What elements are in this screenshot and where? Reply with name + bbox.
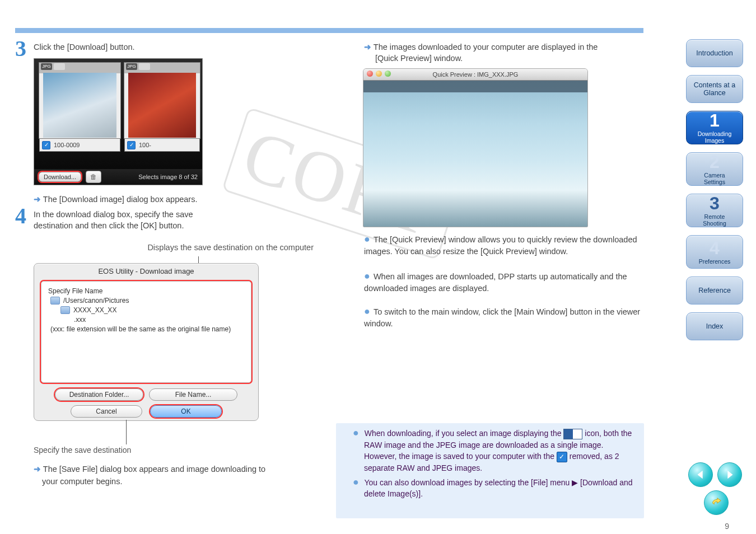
selection-count-label: Selects image 8 of 32 bbox=[138, 174, 198, 180]
sidebar-nav: Introduction Contents at a Glance 1 Down… bbox=[686, 39, 742, 348]
callout-line bbox=[126, 420, 127, 444]
dialog-title: EOS Utility - Download image bbox=[34, 264, 258, 278]
right-line2: [Quick Preview] window. bbox=[375, 54, 463, 63]
bullet-icon: ● bbox=[353, 476, 359, 488]
prev-page-button[interactable] bbox=[688, 462, 713, 487]
header-rule bbox=[15, 28, 643, 33]
next-page-button[interactable] bbox=[717, 462, 742, 487]
note-text: computer with the bbox=[493, 452, 557, 461]
text: The [Download image] dialog box appears. bbox=[43, 195, 198, 204]
sidebar-item-downloading-images[interactable]: 1 DownloadingImages bbox=[686, 111, 743, 144]
sidebar-item-number: 3 bbox=[710, 193, 720, 214]
sidebar-item-number: 4 bbox=[710, 238, 720, 259]
thumbnail-card[interactable]: JPG ✓ 100- bbox=[124, 62, 200, 139]
step-4-number: 4 bbox=[15, 203, 26, 229]
text: The [Save File] dialog box appears and i… bbox=[43, 465, 265, 474]
dialog-path: /Users/canon/Pictures bbox=[63, 297, 129, 305]
label: Preferences bbox=[699, 258, 731, 265]
sidebar-item-remote-shooting[interactable]: 3 RemoteShooting bbox=[686, 194, 743, 227]
bullet-icon: ● bbox=[364, 306, 370, 317]
callout-specify-save-destination: Specify the save destination bbox=[34, 446, 131, 455]
label: RemoteShooting bbox=[703, 213, 726, 227]
triangle-left-icon bbox=[694, 469, 707, 481]
text: The images downloaded to your computer a… bbox=[374, 43, 598, 51]
return-button[interactable] bbox=[704, 490, 729, 515]
zoom-icon[interactable] bbox=[385, 71, 391, 77]
badge-doc-icon bbox=[54, 63, 65, 70]
dialog-subfolder: XXXX_XX_XX bbox=[73, 306, 116, 314]
thumbnail-check-icon[interactable]: ✓ bbox=[127, 141, 136, 149]
note-text: You can also download images by selectin… bbox=[364, 478, 633, 498]
save-file-dialog-line2: your computer begins. bbox=[42, 476, 122, 488]
thumbnail-card[interactable]: JPG ✓ 100-0009 bbox=[39, 62, 121, 139]
return-arrow-icon bbox=[710, 496, 722, 509]
file-name-button[interactable]: File Name... bbox=[149, 388, 237, 401]
tip-quick-preview: ●The [Quick Preview] window allows you t… bbox=[364, 234, 638, 257]
thumbnail-check-icon[interactable]: ✓ bbox=[42, 141, 50, 149]
sidebar-item-contents[interactable]: Contents at a Glance bbox=[686, 75, 743, 103]
bullet-icon: ● bbox=[364, 233, 370, 245]
trash-icon[interactable]: 🗑 bbox=[86, 171, 101, 183]
label: Introduction bbox=[696, 49, 732, 57]
check-icon: ✓ bbox=[557, 452, 567, 462]
step-4-text-line1: In the download dialog box, specify the … bbox=[34, 210, 193, 219]
label: Index bbox=[706, 322, 724, 330]
sidebar-item-camera-settings[interactable]: 2 CameraSettings bbox=[686, 152, 743, 186]
label: Contents at a Glance bbox=[687, 81, 743, 97]
text: The [Quick Preview] window allows you to… bbox=[364, 235, 637, 256]
right-line: ➜ The images downloaded to your computer… bbox=[364, 43, 598, 51]
sidebar-item-introduction[interactable]: Introduction bbox=[686, 39, 743, 67]
note-text: images. bbox=[455, 463, 482, 472]
thumbnail-image bbox=[128, 73, 196, 138]
sidebar-item-reference[interactable]: Reference bbox=[686, 277, 743, 305]
jpg-raw-badge-icon bbox=[563, 429, 582, 439]
step-3-number: 3 bbox=[15, 35, 26, 62]
ok-button[interactable]: OK bbox=[150, 405, 222, 418]
dialog-ext: .xxx bbox=[74, 316, 86, 324]
label: Reference bbox=[698, 287, 731, 294]
download-dialog-appears-text: ➜ The [Download image] dialog box appear… bbox=[34, 195, 197, 204]
arrow-right-icon: ➜ bbox=[34, 195, 41, 204]
download-button[interactable]: Download... bbox=[39, 172, 81, 182]
viewer-thumbnails-panel: JPG ✓ 100-0009 JPG ✓ 100- Download... 🗑 … bbox=[34, 58, 203, 185]
tip-switch-main-window: ●To switch to the main window, click the… bbox=[364, 306, 644, 330]
text: When all images are downloaded, DPP star… bbox=[364, 272, 627, 293]
save-file-dialog-line: ➜ The [Save File] dialog box appears and… bbox=[34, 465, 265, 474]
preview-image bbox=[363, 80, 587, 227]
arrow-right-icon: ➜ bbox=[34, 465, 41, 474]
destination-folder-button[interactable]: Destination Folder... bbox=[55, 388, 143, 401]
step-3-text: Click the [Download] button. bbox=[34, 43, 135, 51]
dialog-heading: Specify File Name bbox=[48, 287, 244, 295]
minimize-icon[interactable] bbox=[376, 71, 382, 77]
triangle-right-icon bbox=[724, 469, 736, 481]
folder-icon bbox=[50, 297, 60, 305]
dialog-ext-note: (xxx: file extension will be the same as… bbox=[50, 325, 231, 333]
page-number: 9 bbox=[725, 522, 729, 531]
thumbnail-image bbox=[43, 73, 116, 138]
preview-title-text: Quick Preview : IMG_XXX.JPG bbox=[433, 71, 519, 78]
sidebar-item-number: 2 bbox=[710, 152, 720, 172]
arrow-right-icon: ➜ bbox=[364, 43, 371, 51]
callout-displays-save-destination: Displays the save destination on the com… bbox=[34, 243, 314, 252]
text: To switch to the main window, click the … bbox=[364, 307, 640, 328]
thumbnail-filename: 100-0009 bbox=[54, 142, 80, 148]
sidebar-item-number: 1 bbox=[710, 110, 720, 131]
download-image-dialog: EOS Utility - Download image Specify Fil… bbox=[34, 263, 259, 421]
bullet-icon: ● bbox=[364, 270, 370, 282]
mac-traffic-lights[interactable] bbox=[367, 71, 391, 77]
bullet-icon: ● bbox=[353, 427, 359, 438]
tip-dpp-starts: ●When all images are downloaded, DPP sta… bbox=[364, 271, 644, 294]
dialog-body: Specify File Name /Users/canon/Pictures … bbox=[41, 281, 251, 383]
badge-jpg-raw: JPG bbox=[41, 63, 52, 70]
step-4-text-line2: destination and then click the [OK] butt… bbox=[34, 221, 184, 230]
badge-jpg-raw: JPG bbox=[126, 63, 137, 70]
label: DownloadingImages bbox=[698, 130, 732, 144]
close-icon[interactable] bbox=[367, 71, 373, 77]
page-nav bbox=[688, 462, 742, 487]
label: CameraSettings bbox=[704, 172, 725, 185]
sidebar-item-preferences[interactable]: 4 Preferences bbox=[686, 235, 743, 269]
sidebar-item-index[interactable]: Index bbox=[686, 312, 743, 340]
cancel-button[interactable]: Cancel bbox=[71, 405, 142, 418]
folder-icon bbox=[60, 306, 70, 314]
note-text: When downloading, if you select an image… bbox=[365, 429, 564, 438]
